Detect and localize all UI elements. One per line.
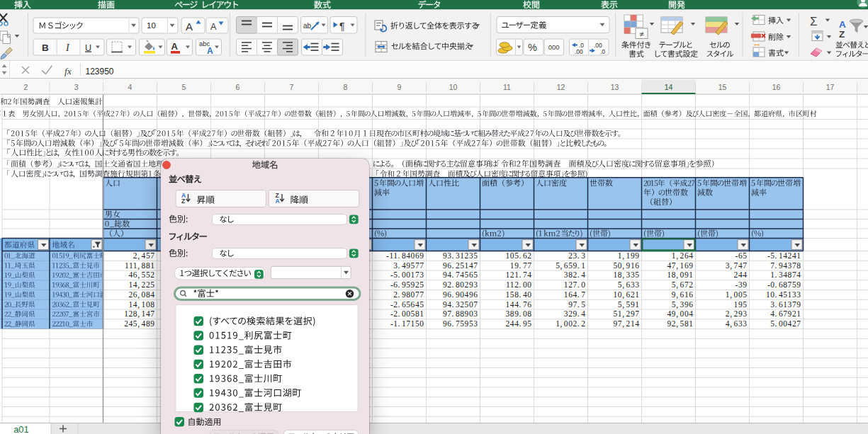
svg-text:Z: Z (181, 198, 185, 205)
svg-text:A: A (276, 198, 280, 205)
